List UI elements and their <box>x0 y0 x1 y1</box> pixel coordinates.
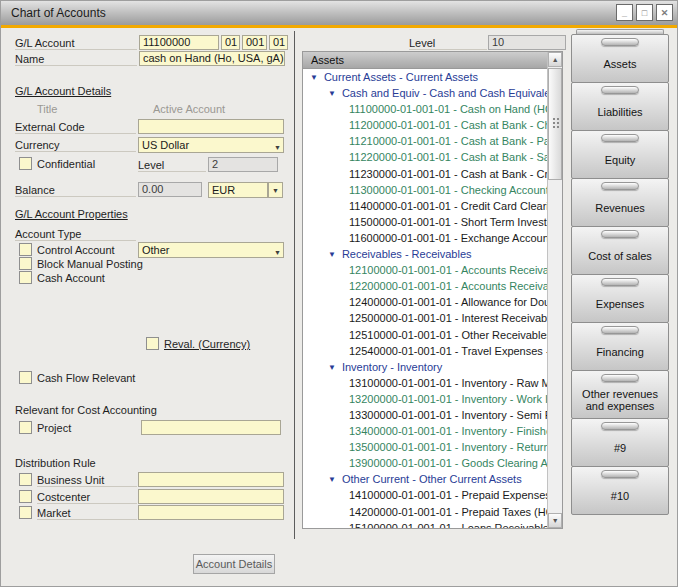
tree-row-label: Cash and Equiv - Cash and Cash Equivalen… <box>342 87 547 99</box>
tree-account-row[interactable]: 12500000-01-001-01 - Interest Receivable… <box>303 310 547 326</box>
tree-account-row[interactable]: 13200000-01-001-01 - Inventory - Work In <box>303 391 547 407</box>
tree-account-row[interactable]: 15100000-01-001-01 - Loans Receivable - … <box>303 520 547 528</box>
tree-account-row[interactable]: 13300000-01-001-01 - Inventory - Semi Fi… <box>303 407 547 423</box>
reval-currency-label: Reval. (Currency) <box>164 338 250 350</box>
account-tree-rows: ▼Current Assets - Current Assets▼Cash an… <box>303 69 547 528</box>
tree-group-row[interactable]: ▼Inventory - Inventory <box>303 359 547 375</box>
chart-of-accounts-window: Chart of Accounts _ □ ✕ G/L Account 1110… <box>0 0 678 587</box>
business-unit-field[interactable] <box>138 472 284 487</box>
account-type-dropdown[interactable]: Other▼ <box>138 242 284 258</box>
drawer-revenues[interactable]: Revenues <box>571 178 669 227</box>
tree-account-row[interactable]: 11230000-01-001-01 - Cash at Bank - Cred… <box>303 166 547 182</box>
reval-currency-checkbox[interactable] <box>146 337 159 350</box>
title-bar[interactable]: Chart of Accounts _ □ ✕ <box>1 1 678 25</box>
tree-account-row[interactable]: 11400000-01-001-01 - Credit Card Clearin… <box>303 198 547 214</box>
tree-account-row[interactable]: 11300000-01-001-01 - Checking Account Cl… <box>303 182 547 198</box>
cash-flow-relevant-checkbox[interactable] <box>19 371 32 384</box>
tree-account-row[interactable]: 11100000-01-001-01 - Cash on Hand (HO, U <box>303 101 547 117</box>
project-checkbox[interactable] <box>19 421 32 434</box>
drawer-cost-of-sales[interactable]: Cost of sales <box>571 226 669 275</box>
tree-group-row[interactable]: ▼Cash and Equiv - Cash and Cash Equivale… <box>303 85 547 101</box>
tree-account-row[interactable]: 13900000-01-001-01 - Goods Clearing Acco… <box>303 455 547 471</box>
scroll-up-icon[interactable]: ▲ <box>548 52 562 67</box>
chevron-down-icon: ▼ <box>272 187 279 194</box>
tree-account-row[interactable]: 12200000-01-001-01 - Accounts Receivable… <box>303 278 547 294</box>
drawer-equity[interactable]: Equity <box>571 130 669 179</box>
drawer-handle <box>601 134 639 142</box>
minimize-icon[interactable]: _ <box>616 4 633 21</box>
tree-account-row[interactable]: 11600000-01-001-01 - Exchange Account (H <box>303 230 547 246</box>
drawer-label: Expenses <box>594 286 646 322</box>
tree-row-label: 12500000-01-001-01 - Interest Receivable… <box>349 312 547 324</box>
tree-account-row[interactable]: 14100000-01-001-01 - Prepaid Expenses (H… <box>303 487 547 503</box>
tree-group-row[interactable]: ▼Other Current - Other Current Assets <box>303 471 547 487</box>
drawer-assets[interactable]: Assets <box>571 34 669 83</box>
costcenter-checkbox[interactable] <box>19 490 32 503</box>
drawer-financing[interactable]: Financing <box>571 322 669 371</box>
tree-row-label: 11200000-01-001-01 - Cash at Bank - Chec… <box>349 119 547 131</box>
block-manual-posting-checkbox[interactable] <box>19 257 32 270</box>
tree-account-row[interactable]: 11210000-01-001-01 - Cash at Bank - Payr… <box>303 133 547 149</box>
tree-account-row[interactable]: 12400000-01-001-01 - Allowance for Doubt… <box>303 294 547 310</box>
drawer-other-revenues-and-expenses[interactable]: Other revenues and expenses <box>571 370 669 419</box>
gl-account-segment1-field[interactable]: 01 <box>221 35 240 50</box>
collapse-arrow-icon[interactable]: ▼ <box>328 475 336 484</box>
control-account-checkbox[interactable] <box>19 243 32 256</box>
confidential-checkbox[interactable] <box>19 157 32 170</box>
drawer-label: #9 <box>612 430 628 466</box>
tree-row-label: 12200000-01-001-01 - Accounts Receivable… <box>349 280 547 292</box>
tree-row-label: 13900000-01-001-01 - Goods Clearing Acco… <box>349 457 547 469</box>
collapse-arrow-icon[interactable]: ▼ <box>328 363 336 372</box>
tree-row-label: 11210000-01-001-01 - Cash at Bank - Payr… <box>349 135 547 147</box>
balance-currency-dropdown-button[interactable]: ▼ <box>268 182 283 198</box>
tree-account-row[interactable]: 13500000-01-001-01 - Inventory - Returns… <box>303 439 547 455</box>
project-field[interactable] <box>141 420 281 435</box>
market-field[interactable] <box>138 505 284 520</box>
tree-account-row[interactable]: 14200000-01-001-01 - Prepaid Taxes (HO, … <box>303 504 547 520</box>
drawer-9[interactable]: #9 <box>571 418 669 467</box>
tree-account-row[interactable]: 12510000-01-001-01 - Other Receivables (… <box>303 327 547 343</box>
balance-currency-field[interactable]: EUR <box>208 182 268 198</box>
costcenter-field[interactable] <box>138 489 284 504</box>
tree-account-row[interactable]: 11200000-01-001-01 - Cash at Bank - Chec… <box>303 117 547 133</box>
scroll-down-icon[interactable]: ▼ <box>548 513 562 528</box>
drawer-liabilities[interactable]: Liabilities <box>571 82 669 131</box>
gl-account-segment2-field[interactable]: 001 <box>242 35 267 50</box>
drawer-10[interactable]: #10 <box>571 466 669 515</box>
tree-row-label: 11230000-01-001-01 - Cash at Bank - Cred… <box>349 168 547 180</box>
gl-account-details-title: G/L Account Details <box>15 85 111 97</box>
external-code-field[interactable] <box>138 119 284 134</box>
market-label: Market <box>37 507 137 520</box>
tree-group-row[interactable]: ▼Current Assets - Current Assets <box>303 69 547 85</box>
tree-account-row[interactable]: 11500000-01-001-01 - Short Term Investme… <box>303 214 547 230</box>
tree-scrollbar[interactable]: ▲ ▼ <box>547 52 562 528</box>
gl-account-code-field[interactable]: 11100000 <box>139 35 219 50</box>
tree-account-row[interactable]: 11220000-01-001-01 - Cash at Bank - Savi… <box>303 149 547 165</box>
tree-group-row[interactable]: ▼Receivables - Receivables <box>303 246 547 262</box>
close-icon[interactable]: ✕ <box>656 4 673 21</box>
currency-dropdown[interactable]: US Dollar▼ <box>138 137 284 153</box>
account-details-button[interactable]: Account Details <box>193 554 275 574</box>
gl-account-segment3-field[interactable]: 01 <box>269 35 288 50</box>
tree-account-row[interactable]: 12100000-01-001-01 - Accounts Receivable… <box>303 262 547 278</box>
scrollbar-thumb[interactable] <box>548 68 562 180</box>
drawer-expenses[interactable]: Expenses <box>571 274 669 323</box>
tree-account-row[interactable]: 13100000-01-001-01 - Inventory - Raw Mat… <box>303 375 547 391</box>
gl-account-properties-title: G/L Account Properties <box>15 208 128 220</box>
name-field[interactable]: cash on Hand (Ho, USA, gA) <box>139 51 285 66</box>
maximize-icon[interactable]: □ <box>636 4 653 21</box>
collapse-arrow-icon[interactable]: ▼ <box>328 89 336 98</box>
tree-row-label: 11100000-01-001-01 - Cash on Hand (HO, U <box>349 103 547 115</box>
cash-account-checkbox[interactable] <box>19 271 32 284</box>
tree-row-label: 13300000-01-001-01 - Inventory - Semi Fi… <box>349 409 547 421</box>
tree-account-row[interactable]: 12540000-01-001-01 - Travel Expenses - A… <box>303 343 547 359</box>
cash-account-label: Cash Account <box>37 272 105 284</box>
collapse-arrow-icon[interactable]: ▼ <box>310 73 318 82</box>
collapse-arrow-icon[interactable]: ▼ <box>328 250 336 259</box>
tree-row-label: 14200000-01-001-01 - Prepaid Taxes (HO, … <box>349 506 547 518</box>
business-unit-checkbox[interactable] <box>19 473 32 486</box>
tree-account-row[interactable]: 13400000-01-001-01 - Inventory - Finishe… <box>303 423 547 439</box>
drawer-handle <box>601 278 639 286</box>
market-checkbox[interactable] <box>19 506 32 519</box>
balance-label: Balance <box>15 184 136 197</box>
